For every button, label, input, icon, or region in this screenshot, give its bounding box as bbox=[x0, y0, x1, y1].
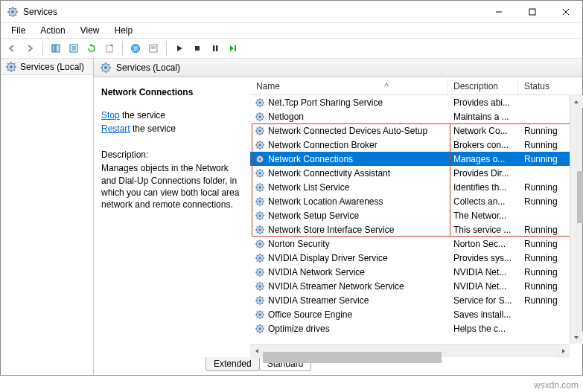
service-status: Running bbox=[518, 225, 570, 235]
close-button[interactable] bbox=[549, 1, 582, 22]
service-status: Running bbox=[518, 196, 570, 207]
right-pane-header: Services (Local) bbox=[94, 59, 582, 77]
gear-icon bbox=[255, 126, 265, 136]
gear-icon bbox=[255, 168, 265, 179]
column-status[interactable]: Status bbox=[518, 78, 570, 94]
svg-rect-11 bbox=[529, 9, 535, 15]
menu-file[interactable]: File bbox=[5, 24, 31, 37]
service-status: Running bbox=[518, 253, 570, 263]
show-hide-tree-button[interactable] bbox=[48, 40, 64, 57]
service-desc: Service for S... bbox=[447, 295, 518, 306]
service-name: Office Source Engine bbox=[268, 309, 352, 320]
export-list-button[interactable] bbox=[101, 40, 118, 57]
menu-action[interactable]: Action bbox=[34, 24, 71, 37]
service-row[interactable]: NVIDIA Streamer ServiceService for S...R… bbox=[250, 293, 582, 307]
service-name: Network Connections bbox=[268, 154, 353, 164]
service-desc: Norton Sec... bbox=[447, 239, 518, 249]
service-row[interactable]: Norton SecurityNorton Sec...Running bbox=[250, 237, 582, 251]
scroll-thumb[interactable] bbox=[577, 171, 583, 223]
service-name: NVIDIA Display Driver Service bbox=[268, 253, 388, 263]
stop-link[interactable]: Stop bbox=[101, 110, 120, 121]
service-row[interactable]: NVIDIA Streamer Network ServiceNVIDIA Ne… bbox=[250, 279, 582, 293]
tree-root-services-local[interactable]: Services (Local) bbox=[1, 59, 93, 75]
service-desc: Identifies th... bbox=[447, 182, 518, 193]
titlebar[interactable]: Services bbox=[1, 1, 582, 23]
selected-service-title: Network Connections bbox=[101, 86, 243, 98]
service-row[interactable]: Network Connected Devices Auto-SetupNetw… bbox=[250, 123, 582, 138]
restart-link[interactable]: Restart bbox=[101, 123, 130, 134]
scroll-thumb-h[interactable] bbox=[263, 352, 442, 363]
service-desc: Provides Dir... bbox=[447, 168, 518, 179]
service-status: Running bbox=[518, 140, 570, 150]
svg-text:?: ? bbox=[134, 45, 138, 52]
list-rows[interactable]: Net.Tcp Port Sharing ServiceProvides abi… bbox=[250, 95, 582, 357]
service-row[interactable]: Network ConnectionsManages o...Running bbox=[250, 152, 582, 166]
gear-icon bbox=[255, 211, 265, 221]
service-row[interactable]: NetlogonMaintains a ... bbox=[250, 109, 582, 123]
scroll-right-button[interactable] bbox=[557, 345, 570, 358]
service-row[interactable]: Network Connection BrokerBrokers con...R… bbox=[250, 138, 582, 152]
service-row[interactable]: Network Store Interface ServiceThis serv… bbox=[250, 222, 582, 237]
svg-rect-27 bbox=[213, 45, 215, 51]
menu-view[interactable]: View bbox=[74, 24, 106, 37]
gear-icon bbox=[100, 62, 112, 74]
service-row[interactable]: NVIDIA Display Driver ServiceProvides sy… bbox=[250, 251, 582, 265]
service-row[interactable]: Network Location AwarenessCollects an...… bbox=[250, 194, 582, 208]
restart-service-button[interactable] bbox=[225, 40, 241, 57]
svg-rect-14 bbox=[52, 45, 55, 52]
column-description[interactable]: Description bbox=[447, 78, 518, 94]
service-row[interactable]: Optimize drivesHelps the c... bbox=[250, 321, 582, 335]
service-name: Network Location Awareness bbox=[268, 196, 383, 207]
right-header-title: Services (Local) bbox=[116, 62, 180, 73]
minimize-button[interactable] bbox=[482, 1, 515, 22]
properties2-button[interactable] bbox=[145, 40, 162, 57]
scroll-up-button[interactable] bbox=[570, 95, 583, 108]
maximize-button[interactable] bbox=[515, 1, 549, 22]
service-name: NVIDIA Streamer Service bbox=[268, 295, 369, 306]
back-button[interactable] bbox=[4, 40, 20, 57]
menu-help[interactable]: Help bbox=[109, 24, 139, 37]
service-status: Running bbox=[518, 126, 570, 136]
column-name[interactable]: Name^ bbox=[250, 78, 447, 94]
services-app-icon bbox=[7, 6, 19, 18]
service-row[interactable]: Office Source EngineSaves install... bbox=[250, 307, 582, 321]
service-desc: Provides abi... bbox=[447, 97, 518, 108]
service-row[interactable]: Network Setup ServiceThe Networ... bbox=[250, 208, 582, 222]
gear-icon bbox=[255, 196, 265, 207]
service-name: Network Store Interface Service bbox=[268, 225, 394, 235]
gear-icon bbox=[255, 112, 265, 122]
gear-icon bbox=[255, 97, 265, 108]
service-desc: NVIDIA Net... bbox=[447, 267, 518, 277]
gear-icon bbox=[255, 253, 265, 263]
services-window: Services File Action View Help ? Ser bbox=[0, 0, 583, 376]
refresh-button[interactable] bbox=[83, 40, 100, 57]
stop-service-button[interactable] bbox=[189, 40, 206, 57]
svg-rect-26 bbox=[195, 46, 200, 51]
service-row[interactable]: Net.Tcp Port Sharing ServiceProvides abi… bbox=[250, 95, 582, 109]
service-row[interactable]: Network List ServiceIdentifies th...Runn… bbox=[250, 180, 582, 194]
service-desc: Provides sys... bbox=[447, 253, 518, 263]
list-header: Name^ Description Status bbox=[250, 77, 582, 95]
menubar: File Action View Help bbox=[1, 23, 582, 38]
service-desc: Maintains a ... bbox=[447, 112, 518, 122]
service-row[interactable]: Network Connectivity AssistantProvides D… bbox=[250, 166, 582, 180]
help-button[interactable]: ? bbox=[127, 40, 144, 57]
horizontal-scrollbar[interactable] bbox=[250, 344, 570, 357]
scroll-left-button[interactable] bbox=[250, 345, 263, 358]
service-name: Network List Service bbox=[268, 182, 349, 193]
start-service-button[interactable] bbox=[171, 40, 188, 57]
watermark: wsxdn.com bbox=[534, 380, 579, 391]
service-status: Running bbox=[518, 154, 570, 164]
gear-icon bbox=[255, 182, 265, 193]
tab-extended[interactable]: Extended bbox=[206, 357, 260, 371]
service-status: Running bbox=[518, 182, 570, 193]
service-desc: Manages o... bbox=[447, 154, 518, 164]
vertical-scrollbar[interactable] bbox=[570, 95, 582, 344]
service-row[interactable]: NVIDIA Network ServiceNVIDIA Net...Runni… bbox=[250, 265, 582, 279]
scroll-down-button[interactable] bbox=[570, 331, 583, 344]
gear-icon bbox=[255, 267, 265, 277]
forward-button[interactable] bbox=[22, 40, 38, 57]
main-body: Services (Local) Services (Local) Networ… bbox=[1, 59, 582, 375]
properties-button[interactable] bbox=[66, 40, 82, 57]
pause-service-button[interactable] bbox=[207, 40, 223, 57]
